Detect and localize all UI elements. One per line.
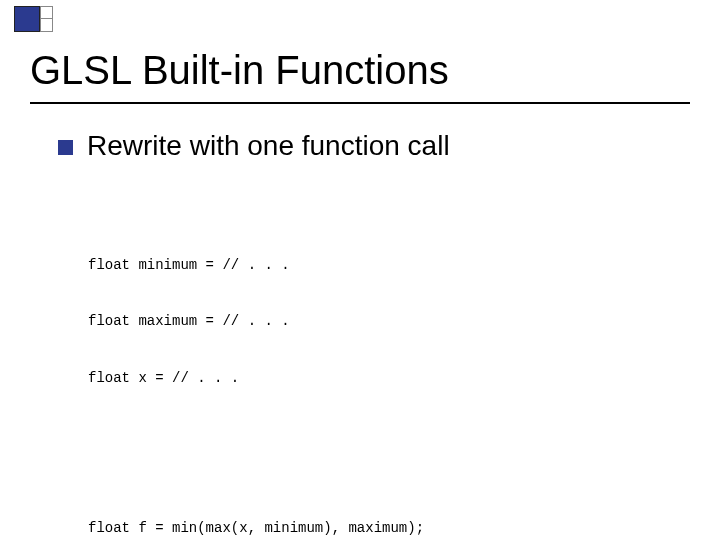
code-block-result: float f = min(max(x, minimum), maximum); [88, 481, 680, 540]
code-line: float minimum = // . . . [88, 256, 680, 275]
deco-square-small [40, 6, 53, 19]
deco-squares-small [40, 6, 53, 32]
code-line: float maximum = // . . . [88, 312, 680, 331]
deco-square-small [40, 19, 53, 32]
bullet-text: Rewrite with one function call [87, 130, 450, 162]
corner-decoration [14, 6, 53, 32]
slide: GLSL Built-in Functions Rewrite with one… [0, 0, 720, 540]
bullet-square-icon [58, 140, 73, 155]
deco-square-large [14, 6, 40, 32]
code-block-declarations: float minimum = // . . . float maximum =… [88, 218, 680, 426]
title-underline [30, 102, 690, 104]
slide-title: GLSL Built-in Functions [30, 48, 449, 93]
code-line: float x = // . . . [88, 369, 680, 388]
code-line: float f = min(max(x, minimum), maximum); [88, 519, 680, 538]
code-area: float minimum = // . . . float maximum =… [88, 180, 680, 540]
slide-body: Rewrite with one function call float min… [58, 130, 680, 540]
bullet-item: Rewrite with one function call [58, 130, 680, 162]
